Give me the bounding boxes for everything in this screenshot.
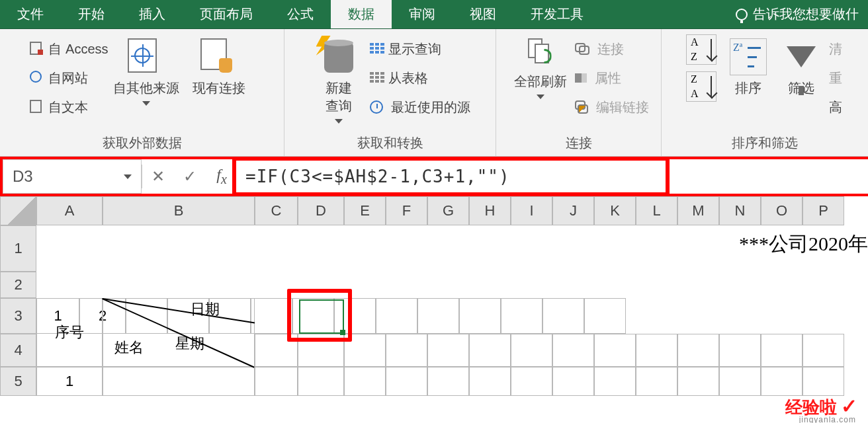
enter-formula[interactable]: ✓ bbox=[174, 162, 206, 191]
cell-A3[interactable]: 序号 bbox=[36, 298, 103, 367]
cell-O5[interactable] bbox=[761, 367, 803, 396]
cell-J4[interactable] bbox=[552, 334, 594, 367]
cell-M2[interactable] bbox=[677, 272, 719, 298]
cell-E5[interactable] bbox=[344, 367, 386, 396]
tell-me[interactable]: 告诉我您想要做什 bbox=[726, 0, 868, 28]
insert-function[interactable]: fx bbox=[206, 162, 238, 191]
cell-H5[interactable] bbox=[469, 367, 511, 396]
cell-L1[interactable] bbox=[636, 225, 677, 272]
cell-N3[interactable] bbox=[501, 298, 542, 334]
cell-P3[interactable] bbox=[584, 298, 626, 334]
col-header-A[interactable]: A bbox=[36, 196, 103, 225]
cell-F5[interactable] bbox=[386, 367, 427, 396]
cell-K1[interactable] bbox=[594, 225, 636, 272]
cell-D1[interactable] bbox=[298, 225, 344, 272]
cell-I5[interactable] bbox=[511, 367, 552, 396]
filter[interactable]: 筛选 bbox=[775, 34, 828, 97]
cell-A1[interactable] bbox=[36, 225, 103, 272]
cell-M3[interactable] bbox=[459, 298, 501, 334]
cell-C1[interactable] bbox=[255, 225, 298, 272]
col-header-B[interactable]: B bbox=[103, 196, 255, 225]
cell-K2[interactable] bbox=[594, 272, 636, 298]
cell-M5[interactable] bbox=[677, 367, 719, 396]
col-header-M[interactable]: M bbox=[677, 196, 719, 225]
cell-D4[interactable] bbox=[298, 334, 344, 367]
cell-M4[interactable] bbox=[677, 334, 719, 367]
cell-D2[interactable] bbox=[298, 272, 344, 298]
cell-H1[interactable] bbox=[469, 225, 511, 272]
row-header-5[interactable]: 5 bbox=[0, 367, 36, 396]
cell-N5[interactable] bbox=[719, 367, 761, 396]
cell-I4[interactable] bbox=[511, 334, 552, 367]
cell-J1[interactable] bbox=[552, 225, 594, 272]
sort[interactable]: 排序 bbox=[722, 34, 775, 97]
sort-descending[interactable]: ZA bbox=[686, 71, 716, 102]
col-header-C[interactable]: C bbox=[255, 196, 298, 225]
col-header-H[interactable]: H bbox=[469, 196, 511, 225]
cell-E4[interactable] bbox=[344, 334, 386, 367]
cell-A2[interactable] bbox=[36, 272, 103, 298]
cell-D5[interactable] bbox=[298, 367, 344, 396]
refresh-all[interactable]: 全部刷新 bbox=[507, 34, 574, 99]
tab-dev[interactable]: 开发工具 bbox=[513, 0, 601, 28]
grid[interactable]: ABCDEFGHIJKLMNOP 序号121 ***公司2020年 日期星期姓名 bbox=[36, 196, 868, 396]
cell-I1[interactable] bbox=[511, 225, 552, 272]
sort-ascending[interactable]: AZ bbox=[686, 34, 716, 65]
cell-B2[interactable] bbox=[103, 272, 255, 298]
cell-L2[interactable] bbox=[636, 272, 677, 298]
cell-B5[interactable] bbox=[103, 367, 255, 396]
col-header-E[interactable]: E bbox=[344, 196, 386, 225]
cell-F4[interactable] bbox=[386, 334, 427, 367]
cell-N4[interactable] bbox=[719, 334, 761, 367]
cancel-formula[interactable]: ✕ bbox=[142, 162, 174, 191]
select-all-corner[interactable] bbox=[0, 196, 36, 225]
existing-connections[interactable]: 现有连接 bbox=[183, 34, 255, 97]
cell-O2[interactable] bbox=[761, 272, 803, 298]
col-header-G[interactable]: G bbox=[427, 196, 469, 225]
cell-J5[interactable] bbox=[552, 367, 594, 396]
col-header-J[interactable]: J bbox=[552, 196, 594, 225]
cell-C2[interactable] bbox=[255, 272, 298, 298]
row-header-2[interactable]: 2 bbox=[0, 272, 36, 298]
cell-C4[interactable] bbox=[255, 334, 298, 367]
from-table[interactable]: 从表格 bbox=[369, 63, 472, 93]
cell-K4[interactable] bbox=[594, 334, 636, 367]
cell-J3[interactable] bbox=[334, 298, 376, 334]
col-header-P[interactable]: P bbox=[803, 196, 844, 225]
cell-P5[interactable] bbox=[803, 367, 844, 396]
col-header-I[interactable]: I bbox=[511, 196, 552, 225]
cell-H3[interactable] bbox=[251, 298, 292, 334]
col-header-O[interactable]: O bbox=[761, 196, 803, 225]
cell-I2[interactable] bbox=[511, 272, 552, 298]
cell-O4[interactable] bbox=[761, 334, 803, 367]
new-query[interactable]: 新建 查询 bbox=[309, 34, 369, 124]
cell-L4[interactable] bbox=[636, 334, 677, 367]
tab-review[interactable]: 审阅 bbox=[392, 0, 453, 28]
tab-layout[interactable]: 页面布局 bbox=[183, 0, 270, 28]
cell-G4[interactable] bbox=[427, 334, 469, 367]
cell-E1[interactable] bbox=[344, 225, 386, 272]
col-header-N[interactable]: N bbox=[719, 196, 761, 225]
cell-G5[interactable] bbox=[427, 367, 469, 396]
col-header-L[interactable]: L bbox=[636, 196, 677, 225]
tab-insert[interactable]: 插入 bbox=[122, 0, 183, 28]
tab-file[interactable]: 文件 bbox=[0, 0, 61, 28]
formula-input[interactable]: =IF(C3<=$AH$2-1,C3+1,"") bbox=[238, 167, 868, 186]
cell-E2[interactable] bbox=[344, 272, 386, 298]
row-header-1[interactable]: 1 bbox=[0, 225, 36, 272]
cell-M1[interactable] bbox=[677, 225, 719, 272]
advanced-filter[interactable]: 高 bbox=[828, 93, 844, 122]
col-header-K[interactable]: K bbox=[594, 196, 636, 225]
row-header-3[interactable]: 3 bbox=[0, 298, 36, 334]
cell-P4[interactable] bbox=[803, 334, 844, 367]
cell-L5[interactable] bbox=[636, 367, 677, 396]
cell-B1[interactable] bbox=[103, 225, 255, 272]
name-box[interactable]: D3 bbox=[3, 159, 142, 194]
row-header-4[interactable]: 4 bbox=[0, 334, 36, 367]
col-header-F[interactable]: F bbox=[386, 196, 427, 225]
cell-I3[interactable] bbox=[292, 298, 334, 334]
from-other[interactable]: 自其他来源 bbox=[110, 34, 183, 106]
recent-sources[interactable]: 最近使用的源 bbox=[369, 93, 472, 122]
cell-L3[interactable] bbox=[417, 298, 459, 334]
tab-formula[interactable]: 公式 bbox=[270, 0, 331, 28]
